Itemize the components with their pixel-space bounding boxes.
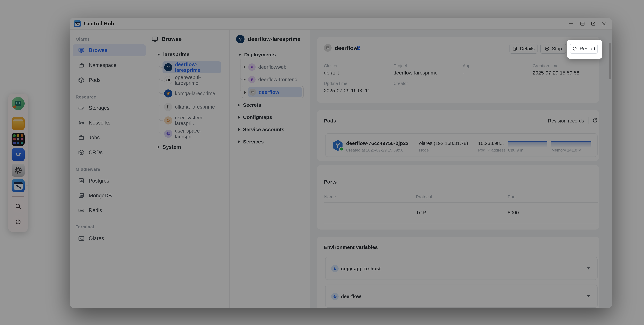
restart-button[interactable]: Restart <box>570 44 598 54</box>
dim-overlay <box>0 0 644 325</box>
restart-icon <box>572 46 577 51</box>
restart-spotlight: Restart <box>567 40 602 59</box>
